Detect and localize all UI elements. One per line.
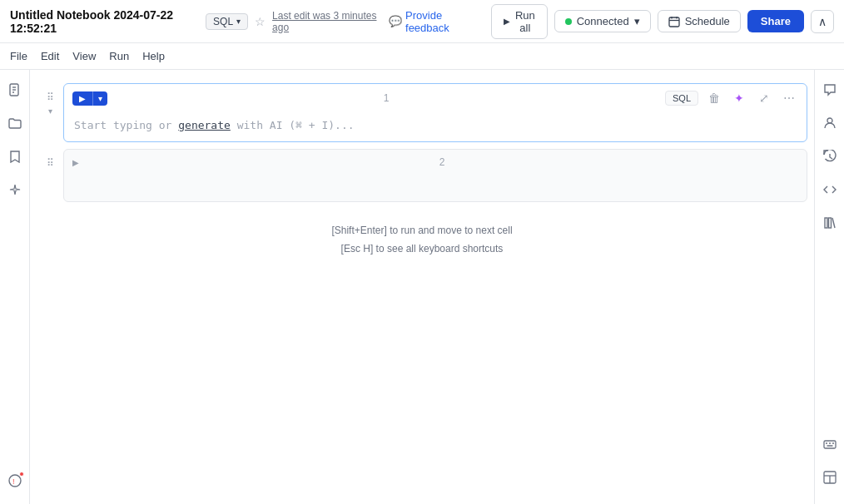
cell-expand-icon[interactable]: ⤢ xyxy=(755,89,773,107)
sidebar-item-bookmark[interactable] xyxy=(5,146,25,166)
hint-line-2: [Esc H] to see all keyboard shortcuts xyxy=(43,240,801,259)
menu-file[interactable]: File xyxy=(10,50,27,62)
cell-delete-icon[interactable]: 🗑 xyxy=(705,89,723,107)
cell-run-dropdown-icon[interactable]: ▾ xyxy=(92,91,107,106)
cell-play-icon: ▶ xyxy=(72,91,92,106)
cell-1-header: ▶ ▾ 1 SQL 🗑 ✦ ⤢ ⋯ xyxy=(64,84,807,112)
cell-run-button-1[interactable]: ▶ ▾ xyxy=(72,91,107,106)
sidebar-item-sparkle[interactable] xyxy=(5,180,25,200)
connected-button[interactable]: Connected ▾ xyxy=(554,10,651,32)
menu-bar: File Edit View Run Help xyxy=(0,43,844,70)
cell-row-1: ⠿ ▾ ▶ ▾ 1 SQL 🗑 ✦ ⤢ ⋯ xyxy=(30,83,814,142)
cell-1-body[interactable]: Start typing or generate with AI (⌘ + I)… xyxy=(64,112,807,141)
feedback-icon: 💬 xyxy=(389,15,402,27)
menu-edit[interactable]: Edit xyxy=(41,50,59,62)
main-layout: ! ⠿ ▾ ▶ ▾ 1 SQL 🗑 xyxy=(0,70,844,504)
play-icon: ▶ xyxy=(504,17,510,26)
collapse-button[interactable]: ∧ xyxy=(811,10,834,33)
right-sidebar-layout[interactable] xyxy=(820,467,840,487)
cell-magic-icon[interactable]: ✦ xyxy=(730,89,748,107)
cell-2-header: ▶ 2 xyxy=(64,150,807,175)
cell-gutter-1: ⠿ ▾ xyxy=(37,83,63,116)
sidebar-item-document[interactable] xyxy=(5,80,25,100)
svg-point-10 xyxy=(827,118,832,123)
sidebar-item-notifications[interactable]: ! xyxy=(5,471,25,491)
run-all-label: Run all xyxy=(515,9,535,34)
right-sidebar xyxy=(814,70,844,504)
menu-run[interactable]: Run xyxy=(109,50,129,62)
cell-type-badge-1[interactable]: SQL xyxy=(665,91,698,106)
svg-rect-0 xyxy=(669,17,679,27)
star-icon[interactable]: ☆ xyxy=(255,15,266,28)
sql-language-badge[interactable]: SQL ▾ xyxy=(206,13,248,30)
cell-number-1: 1 xyxy=(114,92,658,104)
title-bar: Untitled Notebook 2024-07-22 12:52:21 SQ… xyxy=(0,0,844,43)
right-sidebar-library[interactable] xyxy=(820,213,840,233)
share-label: Share xyxy=(761,15,791,27)
cell-collapse-1[interactable]: ▾ xyxy=(48,106,52,116)
cell-drag-handle-2[interactable]: ⠿ xyxy=(47,157,54,169)
left-sidebar: ! xyxy=(0,70,30,504)
cell-more-icon[interactable]: ⋯ xyxy=(780,89,798,107)
right-sidebar-code[interactable] xyxy=(820,180,840,200)
svg-text:!: ! xyxy=(12,477,15,486)
connected-label: Connected xyxy=(577,15,629,27)
svg-point-8 xyxy=(9,475,21,487)
chevron-down-icon: ▾ xyxy=(634,15,640,27)
cell-2-container[interactable]: ▶ 2 xyxy=(63,149,807,202)
connected-status-dot xyxy=(565,18,572,25)
notebook-title: Untitled Notebook 2024-07-22 12:52:21 xyxy=(10,8,199,35)
svg-rect-12 xyxy=(828,218,831,228)
sidebar-bottom: ! xyxy=(5,471,25,494)
svg-rect-11 xyxy=(825,218,827,228)
chevron-down-icon: ▾ xyxy=(236,17,241,26)
generate-link[interactable]: generate xyxy=(178,119,231,131)
right-sidebar-comment[interactable] xyxy=(820,80,840,100)
cell-drag-handle[interactable]: ⠿ xyxy=(47,91,54,103)
cell-row-2: ⠿ ▶ 2 xyxy=(30,149,814,202)
hint-line-1: [Shift+Enter] to run and move to next ce… xyxy=(43,222,801,240)
sidebar-item-folder[interactable] xyxy=(5,113,25,133)
schedule-label: Schedule xyxy=(685,15,730,27)
share-button[interactable]: Share xyxy=(747,10,804,32)
last-edit-text[interactable]: Last edit was 3 minutes ago xyxy=(272,10,382,33)
schedule-button[interactable]: Schedule xyxy=(658,10,741,32)
svg-rect-13 xyxy=(824,441,836,448)
menu-view[interactable]: View xyxy=(72,50,96,62)
cell-placeholder-text: Start typing or generate with AI (⌘ + I)… xyxy=(74,119,355,131)
provide-feedback-button[interactable]: 💬 Provide feedback xyxy=(389,9,478,34)
run-all-button[interactable]: ▶ Run all xyxy=(491,4,548,39)
cell-1-container: ▶ ▾ 1 SQL 🗑 ✦ ⤢ ⋯ Start typing or genera… xyxy=(63,83,807,142)
hint-area: [Shift+Enter] to run and move to next ce… xyxy=(30,209,814,271)
notebook-area: ⠿ ▾ ▶ ▾ 1 SQL 🗑 ✦ ⤢ ⋯ xyxy=(30,70,814,504)
menu-help[interactable]: Help xyxy=(142,50,165,62)
right-sidebar-keyboard[interactable] xyxy=(820,434,840,454)
cell-2-body[interactable] xyxy=(64,175,807,201)
feedback-label: Provide feedback xyxy=(405,9,478,34)
calendar-icon xyxy=(668,16,680,27)
cell-2-play-icon[interactable]: ▶ xyxy=(72,158,79,167)
top-actions: ▶ Run all Connected ▾ Schedule Share ∧ xyxy=(491,4,834,39)
chevron-up-icon: ∧ xyxy=(818,15,827,28)
sql-label: SQL xyxy=(213,16,233,27)
right-sidebar-person[interactable] xyxy=(820,113,840,133)
cell-gutter-2: ⠿ xyxy=(37,149,63,169)
cell-number-2: 2 xyxy=(86,156,798,168)
right-sidebar-history[interactable] xyxy=(820,146,840,166)
